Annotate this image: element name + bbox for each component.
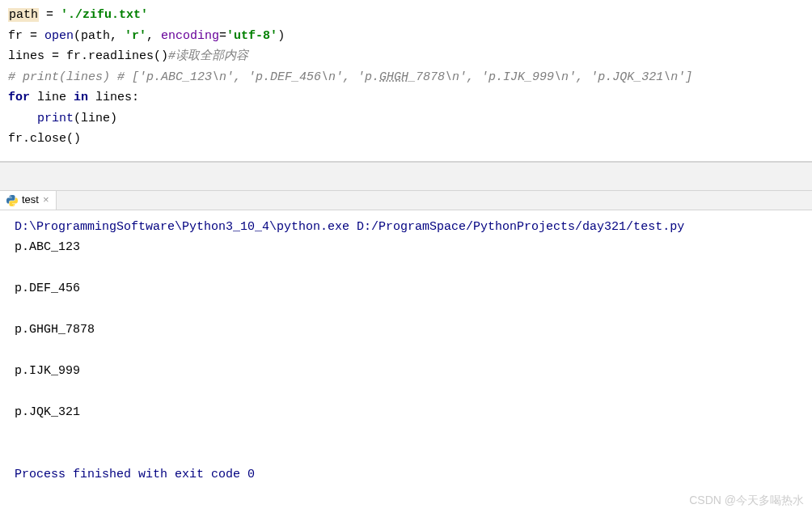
console-output-line: p.JQK_321 xyxy=(15,402,797,423)
blank-line xyxy=(15,258,797,279)
code-line: # print(lines) # ['p.ABC_123\n', 'p.DEF_… xyxy=(8,67,804,88)
tab-test[interactable]: test × xyxy=(0,191,57,210)
pane-divider[interactable] xyxy=(0,162,812,191)
console-tab-bar: test × xyxy=(0,191,812,210)
code-line: fr.close() xyxy=(8,129,804,150)
close-icon[interactable]: × xyxy=(43,191,49,209)
blank-line xyxy=(15,443,797,464)
code-line: print(line) xyxy=(8,108,804,129)
watermark: CSDN @今天多喝热水 xyxy=(689,491,804,511)
console-output[interactable]: D:\ProgrammingSoftware\Python3_10_4\pyth… xyxy=(0,210,812,492)
code-line: fr = open(path, 'r', encoding='utf-8') xyxy=(8,26,804,47)
console-command: D:\ProgrammingSoftware\Python3_10_4\pyth… xyxy=(15,217,797,238)
tab-label: test xyxy=(22,191,39,209)
code-editor[interactable]: path = './zifu.txt' fr = open(path, 'r',… xyxy=(0,0,812,162)
python-icon xyxy=(6,194,18,206)
console-exit-line: Process finished with exit code 0 xyxy=(15,464,797,485)
console-output-line: p.ABC_123 xyxy=(15,237,797,258)
code-line: path = './zifu.txt' xyxy=(8,5,804,26)
code-line: for line in lines: xyxy=(8,87,804,108)
blank-line xyxy=(15,299,797,320)
variable-highlighted: path xyxy=(8,8,39,22)
console-output-line: p.IJK_999 xyxy=(15,361,797,382)
blank-line xyxy=(15,423,797,444)
blank-line xyxy=(15,382,797,403)
console-output-line: p.DEF_456 xyxy=(15,278,797,299)
console-output-line: p.GHGH_7878 xyxy=(15,320,797,341)
code-line: lines = fr.readlines()#读取全部内容 xyxy=(8,46,804,67)
blank-line xyxy=(15,341,797,362)
